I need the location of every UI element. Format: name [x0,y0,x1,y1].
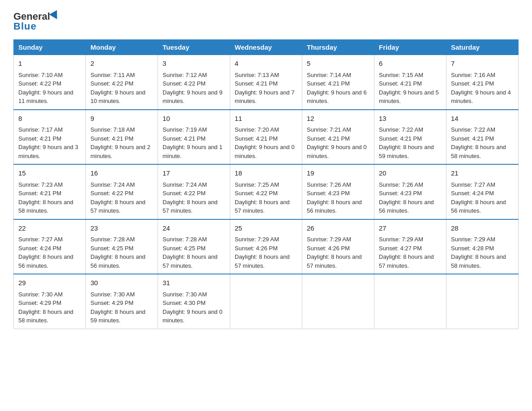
day-number: 20 [379,168,442,179]
day-number: 17 [163,168,225,179]
calendar-cell: 30Sunrise: 7:30 AMSunset: 4:29 PMDayligh… [86,274,158,329]
calendar-cell: 5Sunrise: 7:14 AMSunset: 4:21 PMDaylight… [302,55,374,110]
calendar-cell: 9Sunrise: 7:18 AMSunset: 4:21 PMDaylight… [86,110,158,165]
day-number: 9 [90,114,153,124]
calendar-week-row: 15Sunrise: 7:23 AMSunset: 4:21 PMDayligh… [14,164,519,219]
calendar-cell: 14Sunrise: 7:22 AMSunset: 4:21 PMDayligh… [446,110,519,165]
day-info: Sunrise: 7:29 AMSunset: 4:28 PMDaylight:… [451,236,506,269]
day-info: Sunrise: 7:26 AMSunset: 4:23 PMDaylight:… [379,181,434,214]
calendar-cell: 20Sunrise: 7:26 AMSunset: 4:23 PMDayligh… [374,164,446,219]
day-number: 24 [163,223,225,234]
logo-blue: Blue [13,21,37,32]
day-number: 14 [451,114,514,124]
header-monday: Monday [86,40,158,55]
calendar-cell: 21Sunrise: 7:27 AMSunset: 4:24 PMDayligh… [446,164,519,219]
day-info: Sunrise: 7:28 AMSunset: 4:25 PMDaylight:… [90,236,146,269]
day-number: 23 [90,223,153,234]
day-info: Sunrise: 7:15 AMSunset: 4:21 PMDaylight:… [379,72,439,105]
day-info: Sunrise: 7:17 AMSunset: 4:21 PMDaylight:… [18,126,78,159]
calendar-cell: 11Sunrise: 7:20 AMSunset: 4:21 PMDayligh… [230,110,302,165]
day-number: 6 [379,59,442,69]
day-info: Sunrise: 7:16 AMSunset: 4:21 PMDaylight:… [451,72,511,105]
day-number: 16 [90,168,153,179]
day-info: Sunrise: 7:21 AMSunset: 4:21 PMDaylight:… [307,126,367,159]
calendar-cell: 3Sunrise: 7:12 AMSunset: 4:22 PMDaylight… [158,55,230,110]
day-info: Sunrise: 7:20 AMSunset: 4:21 PMDaylight:… [235,126,295,159]
day-number: 22 [18,223,81,234]
day-info: Sunrise: 7:19 AMSunset: 4:21 PMDaylight:… [163,126,223,159]
calendar-cell: 19Sunrise: 7:26 AMSunset: 4:23 PMDayligh… [302,164,374,219]
day-number: 2 [90,59,153,69]
logo-triangle-icon [49,10,61,21]
day-number: 28 [451,223,514,234]
header-friday: Friday [374,40,446,55]
calendar-cell [446,274,519,329]
day-number: 25 [235,223,297,234]
calendar-cell: 1Sunrise: 7:10 AMSunset: 4:22 PMDaylight… [14,55,86,110]
day-number: 31 [163,278,225,288]
day-info: Sunrise: 7:27 AMSunset: 4:24 PMDaylight:… [18,236,73,269]
calendar-cell [374,274,446,329]
day-info: Sunrise: 7:10 AMSunset: 4:22 PMDaylight:… [18,72,73,105]
calendar-cell: 7Sunrise: 7:16 AMSunset: 4:21 PMDaylight… [446,55,519,110]
day-number: 26 [307,223,369,234]
calendar-cell: 2Sunrise: 7:11 AMSunset: 4:22 PMDaylight… [86,55,158,110]
day-number: 4 [235,59,297,69]
calendar-week-row: 1Sunrise: 7:10 AMSunset: 4:22 PMDaylight… [14,55,519,110]
header-wednesday: Wednesday [230,40,302,55]
day-info: Sunrise: 7:22 AMSunset: 4:21 PMDaylight:… [379,126,434,159]
day-number: 11 [235,114,297,124]
day-info: Sunrise: 7:29 AMSunset: 4:26 PMDaylight:… [307,236,362,269]
day-info: Sunrise: 7:30 AMSunset: 4:29 PMDaylight:… [18,291,73,324]
day-number: 19 [307,168,369,179]
day-number: 3 [163,59,225,69]
calendar-cell: 27Sunrise: 7:29 AMSunset: 4:27 PMDayligh… [374,219,446,274]
calendar-cell: 10Sunrise: 7:19 AMSunset: 4:21 PMDayligh… [158,110,230,165]
day-info: Sunrise: 7:18 AMSunset: 4:21 PMDaylight:… [90,126,150,159]
day-number: 8 [18,114,81,124]
calendar-cell: 13Sunrise: 7:22 AMSunset: 4:21 PMDayligh… [374,110,446,165]
header-tuesday: Tuesday [158,40,230,55]
header-sunday: Sunday [14,40,86,55]
calendar-header-row: SundayMondayTuesdayWednesdayThursdayFrid… [14,40,519,55]
calendar-cell: 23Sunrise: 7:28 AMSunset: 4:25 PMDayligh… [86,219,158,274]
day-info: Sunrise: 7:23 AMSunset: 4:21 PMDaylight:… [18,181,73,214]
day-number: 15 [18,168,81,179]
calendar-cell: 18Sunrise: 7:25 AMSunset: 4:22 PMDayligh… [230,164,302,219]
day-info: Sunrise: 7:27 AMSunset: 4:24 PMDaylight:… [451,181,506,214]
day-info: Sunrise: 7:24 AMSunset: 4:22 PMDaylight:… [163,181,218,214]
day-info: Sunrise: 7:30 AMSunset: 4:29 PMDaylight:… [90,291,146,324]
calendar-cell: 25Sunrise: 7:29 AMSunset: 4:26 PMDayligh… [230,219,302,274]
day-info: Sunrise: 7:11 AMSunset: 4:22 PMDaylight:… [90,72,146,105]
calendar-cell [302,274,374,329]
day-info: Sunrise: 7:29 AMSunset: 4:27 PMDaylight:… [379,236,434,269]
day-info: Sunrise: 7:25 AMSunset: 4:22 PMDaylight:… [235,181,290,214]
day-info: Sunrise: 7:22 AMSunset: 4:21 PMDaylight:… [451,126,506,159]
day-number: 13 [379,114,442,124]
calendar-cell: 28Sunrise: 7:29 AMSunset: 4:28 PMDayligh… [446,219,519,274]
day-info: Sunrise: 7:26 AMSunset: 4:23 PMDaylight:… [307,181,362,214]
day-info: Sunrise: 7:24 AMSunset: 4:22 PMDaylight:… [90,181,146,214]
day-info: Sunrise: 7:29 AMSunset: 4:26 PMDaylight:… [235,236,290,269]
day-info: Sunrise: 7:13 AMSunset: 4:21 PMDaylight:… [235,72,295,105]
day-number: 12 [307,114,369,124]
calendar-cell: 16Sunrise: 7:24 AMSunset: 4:22 PMDayligh… [86,164,158,219]
day-number: 10 [163,114,225,124]
day-number: 1 [18,59,81,69]
calendar-cell: 8Sunrise: 7:17 AMSunset: 4:21 PMDaylight… [14,110,86,165]
calendar-week-row: 22Sunrise: 7:27 AMSunset: 4:24 PMDayligh… [14,219,519,274]
calendar-cell: 15Sunrise: 7:23 AMSunset: 4:21 PMDayligh… [14,164,86,219]
day-number: 7 [451,59,514,69]
calendar-cell [230,274,302,329]
day-number: 21 [451,168,514,179]
logo: General Blue [13,11,60,32]
day-info: Sunrise: 7:12 AMSunset: 4:22 PMDaylight:… [163,72,223,105]
day-number: 5 [307,59,369,69]
day-number: 27 [379,223,442,234]
calendar-cell: 4Sunrise: 7:13 AMSunset: 4:21 PMDaylight… [230,55,302,110]
calendar-week-row: 29Sunrise: 7:30 AMSunset: 4:29 PMDayligh… [14,274,519,329]
calendar-cell: 12Sunrise: 7:21 AMSunset: 4:21 PMDayligh… [302,110,374,165]
calendar-cell: 17Sunrise: 7:24 AMSunset: 4:22 PMDayligh… [158,164,230,219]
day-number: 29 [18,278,81,288]
calendar-week-row: 8Sunrise: 7:17 AMSunset: 4:21 PMDaylight… [14,110,519,165]
